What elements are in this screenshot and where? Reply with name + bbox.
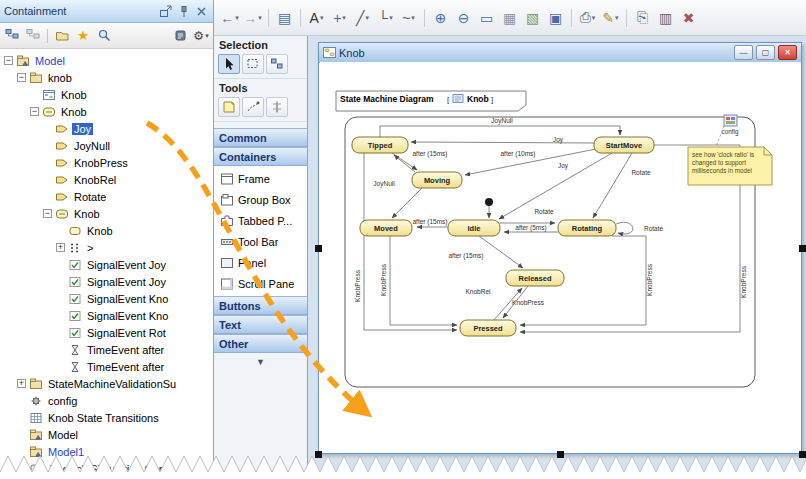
multi-select-button[interactable] — [266, 54, 288, 74]
delete-icon[interactable]: ✖ — [678, 7, 699, 29]
statemachine-icon — [55, 207, 69, 221]
states[interactable]: Tipped StartMove Moving Moved Idle Rotat… — [352, 137, 654, 336]
print-icon[interactable]: ⎙▾ — [577, 7, 598, 29]
palette-item-label: Scroll Pane — [238, 278, 294, 290]
tree-item-knob[interactable]: Knob — [0, 86, 213, 103]
tree-item-signalevent-joy[interactable]: SignalEvent Joy — [0, 273, 213, 290]
palette-section-text[interactable]: Text — [214, 315, 307, 334]
tree-item-model[interactable]: −Model — [0, 52, 213, 69]
maximize-button[interactable]: ▢ — [756, 45, 775, 60]
move-mode-icon[interactable]: +▾ — [329, 7, 350, 29]
palette-item-panel[interactable]: Panel — [214, 252, 307, 273]
related-diagrams-icon[interactable]: ▤ — [274, 7, 295, 29]
palette-item-tabbed-p[interactable]: Tabbed P... — [214, 210, 307, 231]
resize-handle-middle-left[interactable] — [315, 245, 322, 252]
diagram-icon — [42, 88, 56, 102]
minimize-button[interactable]: — — [734, 45, 753, 60]
tree-item-timeevent-after[interactable]: TimeEvent after — [0, 341, 213, 358]
resize-handle-bottom-center[interactable] — [557, 451, 564, 458]
appearance-icon[interactable]: ✎▾ — [600, 7, 621, 29]
config-element[interactable]: config — [722, 115, 739, 136]
selection-tools-row — [214, 52, 307, 79]
tree-toggle-plus-icon[interactable]: + — [17, 379, 26, 388]
grid-icon[interactable]: ▦ — [499, 7, 520, 29]
palette-section-containers[interactable]: Containers — [214, 147, 307, 166]
tree-toggle-minus-icon[interactable]: − — [17, 73, 26, 82]
search-icon[interactable] — [95, 27, 113, 45]
resize-handle-bottom-left[interactable] — [315, 451, 322, 458]
diagram-window-titlebar[interactable]: Knob — ▢ ✕ — [319, 43, 801, 63]
tree-item-rotate[interactable]: Rotate — [0, 188, 213, 205]
tree-item-signalevent-kno[interactable]: SignalEvent Kno — [0, 307, 213, 324]
tree-item-knob[interactable]: −Knob — [0, 205, 213, 222]
fit-in-window-icon[interactable]: ▭ — [476, 7, 497, 29]
select-cursor-button[interactable] — [218, 54, 240, 74]
resize-handle-middle-right[interactable] — [799, 245, 806, 252]
tree-item-knob[interactable]: −Knob — [0, 103, 213, 120]
swimlanes-icon[interactable]: A▾ — [306, 7, 327, 29]
tree-toggle-minus-icon[interactable]: − — [4, 56, 13, 65]
tree-item-model1[interactable]: Model1 — [0, 443, 213, 460]
tree-item-joynull[interactable]: JoyNull — [0, 137, 213, 154]
tree-item-config[interactable]: config — [0, 392, 213, 409]
tree-toggle-minus-icon[interactable]: − — [30, 107, 39, 116]
palette-section-common[interactable]: Common — [214, 128, 307, 147]
anchor-tool-button[interactable] — [242, 97, 264, 117]
palette-section-buttons[interactable]: Buttons — [214, 296, 307, 315]
tree-item-joy[interactable]: Joy — [0, 120, 213, 137]
tree-toggle-minus-icon[interactable]: − — [43, 209, 52, 218]
tree-item-signalevent-rot[interactable]: SignalEvent Rot — [0, 324, 213, 341]
zoom-out-icon[interactable]: ⊖ — [453, 7, 474, 29]
initial-state[interactable] — [485, 198, 493, 206]
diagram-canvas[interactable]: Knob — ▢ ✕ — [308, 36, 806, 479]
note-tool-button[interactable] — [218, 97, 240, 117]
filter-icon[interactable] — [171, 27, 189, 45]
collapse-tree-icon[interactable] — [24, 27, 42, 45]
close-button[interactable]: ✕ — [778, 45, 797, 60]
image-shape-icon[interactable]: ▧ — [522, 7, 543, 29]
tree-item-knob-state-transitions[interactable]: Knob State Transitions — [0, 409, 213, 426]
tree-item-knobrel[interactable]: KnobRel — [0, 171, 213, 188]
note[interactable]: see how 'clock ratio' is changed to supp… — [688, 147, 772, 185]
paste-icon[interactable]: ▥ — [655, 7, 676, 29]
tree-item-signalevent-kno[interactable]: SignalEvent Kno — [0, 290, 213, 307]
palette-item-scroll-pane[interactable]: Scroll Pane — [214, 273, 307, 294]
zoom-in-icon[interactable]: ⊕ — [430, 7, 451, 29]
back-icon[interactable]: ←▾ — [219, 7, 240, 29]
palette-scroll-down-button[interactable]: ▼ — [214, 353, 307, 367]
tree-item-statemachinevalidationsu[interactable]: +StateMachineValidationSu — [0, 375, 213, 392]
expand-tree-icon[interactable] — [3, 27, 21, 45]
diagram-frame-header: State Machine Diagram [ Knob ] — [336, 91, 526, 111]
tree-item-joystick-simulation-confi[interactable]: Joystick Simulation Confi — [0, 460, 213, 477]
rectilinear-path-icon[interactable]: └▾ — [375, 7, 396, 29]
separator-tool-button[interactable] — [266, 97, 288, 117]
tree-toggle-plus-icon[interactable]: + — [56, 243, 65, 252]
palette-item-tool-bar[interactable]: Tool Bar — [214, 231, 307, 252]
diagram-drawing-area[interactable]: State Machine Diagram [ Knob ] — [320, 62, 801, 453]
settings-gear-icon[interactable]: ⚙▾ — [192, 27, 210, 45]
pin-icon[interactable] — [175, 4, 191, 19]
tree-item-signalevent-joy[interactable]: SignalEvent Joy — [0, 256, 213, 273]
tree-item-knob[interactable]: Knob — [0, 222, 213, 239]
tree-item-timeevent-after[interactable]: TimeEvent after — [0, 358, 213, 375]
resize-handle-bottom-right[interactable] — [799, 451, 806, 458]
palette-item-frame[interactable]: Frame — [214, 168, 307, 189]
oblique-path-icon[interactable]: ╱▾ — [352, 7, 373, 29]
marquee-select-button[interactable] — [242, 54, 264, 74]
copy-icon[interactable]: ⎘ — [632, 7, 653, 29]
bezier-path-icon[interactable]: ~▾ — [398, 7, 419, 29]
window-icon[interactable]: ▣ — [545, 7, 566, 29]
close-icon[interactable] — [193, 4, 209, 19]
tree-item-[interactable]: +> — [0, 239, 213, 256]
palette-section-other[interactable]: Other — [214, 334, 307, 353]
tree-item-knob[interactable]: −knob — [0, 69, 213, 86]
float-icon[interactable] — [157, 4, 173, 19]
config-icon — [29, 394, 43, 408]
open-in-tree-icon[interactable] — [53, 27, 71, 45]
tree-item-model[interactable]: Model — [0, 426, 213, 443]
palette-item-group-box[interactable]: Group Box — [214, 189, 307, 210]
tree-item-knobpress[interactable]: KnobPress — [0, 154, 213, 171]
tree-indent — [43, 141, 52, 150]
forward-icon[interactable]: →▾ — [242, 7, 263, 29]
favorites-icon[interactable]: ★ — [74, 27, 92, 45]
